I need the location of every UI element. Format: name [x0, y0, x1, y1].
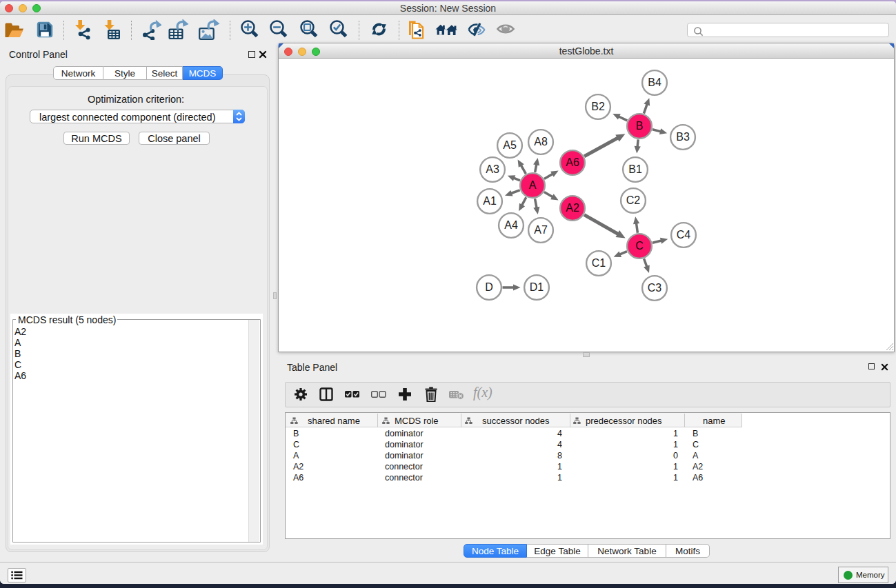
- svg-text:D1: D1: [530, 281, 544, 293]
- svg-text:A6: A6: [566, 156, 579, 168]
- svg-text:A2: A2: [566, 202, 579, 214]
- svg-text:B: B: [636, 120, 644, 132]
- svg-text:A1: A1: [483, 195, 497, 207]
- svg-text:B3: B3: [676, 131, 690, 143]
- svg-text:A: A: [529, 179, 537, 191]
- svg-text:A8: A8: [534, 136, 548, 148]
- svg-text:D: D: [485, 281, 493, 293]
- svg-text:B1: B1: [628, 163, 642, 175]
- svg-text:A7: A7: [534, 224, 548, 236]
- svg-text:A5: A5: [503, 139, 517, 151]
- svg-text:C4: C4: [677, 229, 691, 241]
- svg-text:B4: B4: [648, 77, 661, 88]
- svg-text:C1: C1: [592, 257, 606, 269]
- svg-text:C3: C3: [648, 282, 662, 294]
- svg-text:A4: A4: [504, 219, 518, 231]
- svg-text:C: C: [635, 240, 644, 252]
- svg-text:C2: C2: [626, 194, 641, 206]
- svg-text:B2: B2: [591, 101, 605, 112]
- svg-text:A3: A3: [486, 163, 499, 175]
